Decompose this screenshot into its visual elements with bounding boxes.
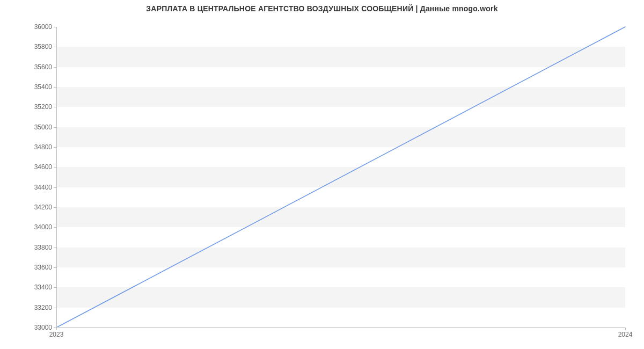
y-tick-mark — [54, 207, 56, 208]
y-tick-label: 33600 — [34, 264, 56, 271]
y-tick-mark — [54, 187, 56, 188]
y-tick-mark — [54, 308, 56, 308]
y-tick-label: 34400 — [34, 184, 56, 191]
y-tick-label: 35200 — [34, 103, 56, 111]
chart-container: ЗАРПЛАТА В ЦЕНТРАЛЬНОЕ АГЕНТСТВО ВОЗДУШН… — [0, 0, 644, 349]
chart-line-svg — [56, 27, 625, 328]
y-tick-label: 33400 — [34, 283, 56, 291]
y-tick-mark — [54, 27, 56, 27]
y-tick-mark — [54, 287, 56, 288]
y-tick-label: 34000 — [34, 223, 56, 231]
y-tick-label: 36000 — [34, 23, 56, 31]
x-axis — [56, 327, 625, 328]
y-tick-mark — [54, 147, 56, 148]
plot-area: 3300033200334003360033800340003420034400… — [56, 27, 625, 328]
y-tick-mark — [54, 248, 56, 248]
y-tick-label: 34800 — [34, 143, 56, 151]
y-tick-mark — [54, 67, 56, 68]
y-tick-mark — [54, 87, 56, 88]
y-tick-mark — [54, 107, 56, 107]
y-tick-label: 35400 — [34, 83, 56, 91]
y-axis — [56, 27, 57, 328]
y-tick-mark — [54, 267, 56, 268]
y-tick-mark — [54, 127, 56, 128]
y-tick-label: 34200 — [34, 203, 56, 211]
y-tick-label: 35000 — [34, 123, 56, 131]
series-line — [56, 27, 625, 328]
y-tick-label: 35600 — [34, 63, 56, 71]
x-tick-mark — [56, 328, 57, 330]
y-tick-mark — [54, 167, 56, 168]
y-tick-label: 33200 — [34, 304, 56, 311]
x-tick-mark — [625, 328, 626, 330]
y-tick-label: 34600 — [34, 163, 56, 171]
y-tick-label: 35800 — [34, 43, 56, 50]
y-tick-label: 33800 — [34, 244, 56, 251]
y-tick-mark — [54, 47, 56, 47]
chart-title: ЗАРПЛАТА В ЦЕНТРАЛЬНОЕ АГЕНТСТВО ВОЗДУШН… — [0, 4, 644, 13]
y-tick-mark — [54, 227, 56, 228]
